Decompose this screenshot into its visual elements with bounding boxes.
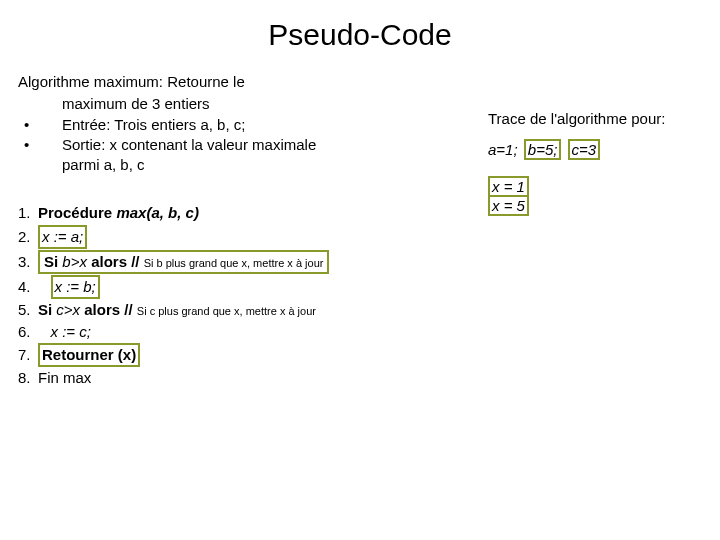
- bullet-dot: •: [18, 135, 62, 155]
- left-column: Algorithme maximum: Retourne le maximum …: [18, 72, 478, 389]
- step-body: Fin max: [38, 368, 478, 388]
- step-body: Si b>x alors // Si b plus grand que x, m…: [38, 250, 478, 274]
- bullet-sortie: • Sortie: x contenant la valeur maximale: [18, 135, 478, 155]
- step4-assign: x := b;: [51, 275, 100, 299]
- trace-a: a=1;: [488, 141, 518, 158]
- algorithm-description: Algorithme maximum: Retourne le maximum …: [18, 72, 478, 175]
- step1-proc: max(a, b, c): [116, 204, 199, 221]
- trace-inputs: a=1; b=5; c=3: [488, 139, 702, 160]
- step3-cond: b>x: [62, 253, 91, 270]
- trace-x1: x = 1: [488, 176, 702, 197]
- step-number: 8.: [18, 368, 38, 388]
- step-number: 2.: [18, 227, 38, 247]
- step5-comment: Si c plus grand que x, mettre x à jour: [137, 305, 316, 317]
- step-body: Retourner (x): [38, 343, 478, 367]
- step3-si: Si: [44, 253, 62, 270]
- trace-x2-val: x = 5: [488, 195, 529, 216]
- step7-return: Retourner (x): [38, 343, 140, 367]
- trace-x2: x = 5: [488, 195, 702, 216]
- step6-assign: x := c;: [51, 323, 91, 340]
- step-number: 4.: [18, 277, 38, 297]
- step-number: 5.: [18, 300, 38, 320]
- sortie-text2: parmi a, b, c: [18, 155, 478, 175]
- step-number: 7.: [18, 345, 38, 365]
- step-body: Si c>x alors // Si c plus grand que x, m…: [38, 300, 478, 320]
- step-body: x := c;: [38, 322, 478, 342]
- trace-title: Trace de l'algorithme pour:: [488, 110, 702, 127]
- step-6: 6. x := c;: [18, 322, 478, 342]
- step-3: 3. Si b>x alors // Si b plus grand que x…: [18, 250, 478, 274]
- step-4: 4. x := b;: [18, 275, 478, 299]
- step2-assign: x := a;: [38, 225, 87, 249]
- step-8: 8. Fin max: [18, 368, 478, 388]
- sortie-text1: Sortie: x contenant la valeur maximale: [62, 135, 478, 155]
- slide-title: Pseudo-Code: [0, 18, 720, 52]
- desc-line1: Algorithme maximum: Retourne le: [18, 72, 478, 92]
- step-number: 6.: [18, 322, 38, 342]
- right-column: Trace de l'algorithme pour: a=1; b=5; c=…: [478, 72, 702, 389]
- bullet-entry: • Entrée: Trois entiers a, b, c;: [18, 115, 478, 135]
- step-body: x := b;: [38, 275, 478, 299]
- step-1: 1. Procédure max(a, b, c): [18, 203, 478, 223]
- step-body: Procédure max(a, b, c): [38, 203, 478, 223]
- trace-x1-val: x = 1: [488, 176, 529, 197]
- step5-alors: alors //: [84, 301, 137, 318]
- step3-boxed: Si b>x alors // Si b plus grand que x, m…: [38, 250, 329, 274]
- steps-list: 1. Procédure max(a, b, c) 2. x := a; 3. …: [18, 203, 478, 388]
- step1-lead: Procédure: [38, 204, 116, 221]
- step5-cond: c>x: [56, 301, 84, 318]
- step-7: 7. Retourner (x): [18, 343, 478, 367]
- bullet-dot: •: [18, 115, 62, 135]
- entry-text: Entrée: Trois entiers a, b, c;: [62, 115, 478, 135]
- step-number: 1.: [18, 203, 38, 223]
- step3-alors: alors //: [91, 253, 144, 270]
- step5-si: Si: [38, 301, 56, 318]
- step-body: x := a;: [38, 225, 478, 249]
- desc-line2: maximum de 3 entiers: [18, 94, 478, 114]
- trace-c: c=3: [568, 139, 601, 160]
- trace-b: b=5;: [524, 139, 562, 160]
- step3-comment: Si b plus grand que x, mettre x à jour: [144, 257, 324, 269]
- step-2: 2. x := a;: [18, 225, 478, 249]
- content-area: Algorithme maximum: Retourne le maximum …: [0, 72, 720, 389]
- step-number: 3.: [18, 252, 38, 272]
- step-5: 5. Si c>x alors // Si c plus grand que x…: [18, 300, 478, 320]
